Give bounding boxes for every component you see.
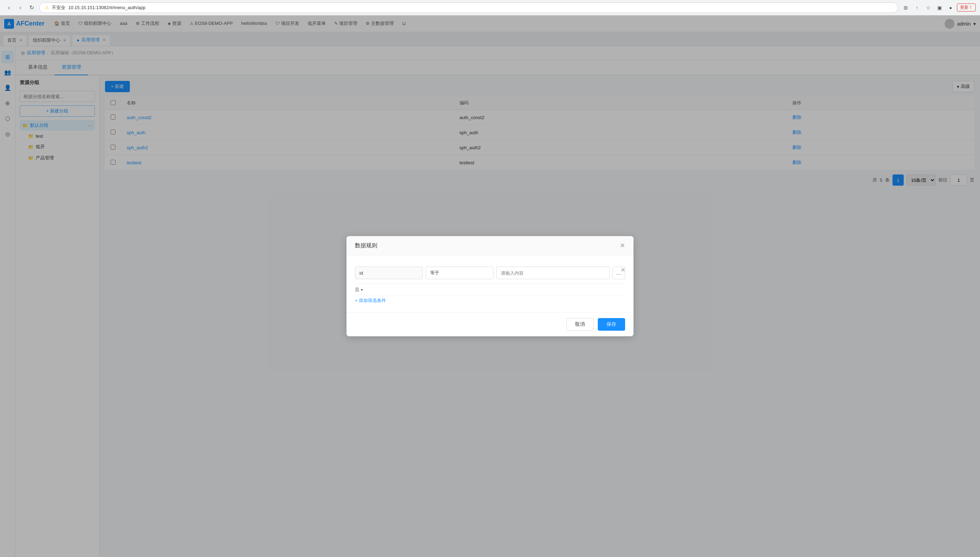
modal: 数据规则 ✕ … ✕ 且 ▾ + 添加筛选条件 — [347, 236, 633, 336]
forward-button[interactable]: › — [15, 3, 25, 13]
filter-field-input[interactable] — [355, 267, 423, 279]
address-bar[interactable]: ⚠ 不安全 10.15.15.151:13082/#/menu_auth/app — [39, 2, 898, 13]
browser-nav-buttons: ‹ › ↻ — [4, 3, 36, 13]
save-button[interactable]: 保存 — [598, 318, 625, 331]
bookmark-button[interactable]: ☆ — [923, 3, 933, 13]
security-warning-icon: ⚠ — [45, 5, 49, 10]
back-button[interactable]: ‹ — [4, 3, 14, 13]
security-warning-text: 不安全 — [52, 5, 65, 11]
modal-title: 数据规则 — [355, 242, 377, 249]
filter-separator — [355, 283, 625, 284]
filter-logic[interactable]: 且 ▾ — [355, 285, 625, 294]
modal-close-button[interactable]: ✕ — [620, 242, 625, 249]
url-text: 10.15.15.151:13082/#/menu_auth/app — [68, 5, 145, 10]
browser-actions: ⊞ ↑ ☆ ▣ ● 更新！ — [901, 3, 976, 13]
modal-header: 数据规则 ✕ — [347, 236, 633, 256]
browser-chrome: ‹ › ↻ ⚠ 不安全 10.15.15.151:13082/#/menu_au… — [0, 0, 980, 15]
refresh-button[interactable]: ↻ — [27, 3, 36, 13]
logic-chevron-icon: ▾ — [361, 288, 363, 292]
sidebar-toggle-button[interactable]: ▣ — [935, 3, 944, 13]
modal-body: … ✕ 且 ▾ + 添加筛选条件 — [347, 256, 633, 312]
add-filter-button[interactable]: + 添加筛选条件 — [355, 297, 625, 304]
share-button[interactable]: ↑ — [912, 3, 922, 13]
update-button[interactable]: 更新！ — [957, 3, 976, 11]
profile-button[interactable]: ● — [946, 3, 956, 13]
filter-row: … ✕ — [355, 264, 625, 282]
modal-footer: 取消 保存 — [347, 312, 633, 336]
filter-operator-input[interactable] — [426, 267, 493, 279]
modal-overlay: 数据规则 ✕ … ✕ 且 ▾ + 添加筛选条件 — [0, 15, 980, 557]
cancel-button[interactable]: 取消 — [566, 318, 594, 331]
logic-label: 且 — [355, 287, 359, 293]
translate-button[interactable]: ⊞ — [901, 3, 911, 13]
add-filter-label: + 添加筛选条件 — [355, 297, 386, 304]
filter-value-input[interactable] — [496, 267, 610, 279]
filter-separator-2 — [355, 296, 625, 296]
filter-row-close-button[interactable]: ✕ — [621, 267, 625, 273]
